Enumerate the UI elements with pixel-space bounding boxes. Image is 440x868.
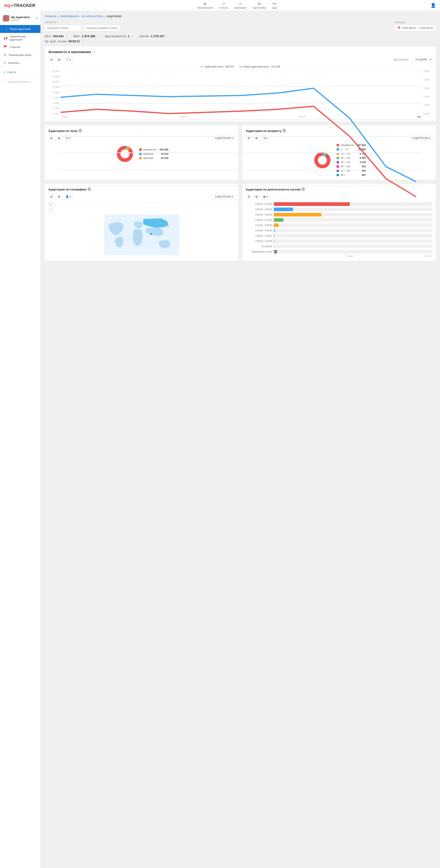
bar-label-1: 0:00:30 - 0:00:59 (246, 208, 272, 211)
y-axis-right: 35 000 30 000 25 000 20 000 15 000 10 00… (422, 70, 432, 115)
bar-fill-0 (274, 202, 350, 206)
y-axis-left: 120 000 110 000 100 000 90 000 80 000 70… (48, 70, 61, 115)
retention-icon: ↺ (3, 61, 6, 65)
bc-apps[interactable]: ПРИЛОЖЕНИЯ (60, 15, 78, 18)
bar-label-6: 1:00:00 - 1:59:59 (246, 235, 272, 237)
toolbar-excel-btn[interactable]: ⊠ (56, 57, 62, 62)
app-icon (3, 15, 9, 22)
bar-fill-7 (274, 239, 274, 243)
days-info[interactable]: ⓘ (131, 34, 133, 38)
avg-info[interactable]: ⓘ (81, 39, 83, 43)
bar-label-5: 0:30:00 - 0:59:59 (246, 229, 272, 232)
toolbar-table-btn[interactable]: ⊞ (48, 57, 55, 62)
bc-sep-1: ▶ (57, 15, 59, 18)
sidebar-item-tech[interactable]: ⚙ Технический обзор (0, 51, 40, 59)
logo-my: my (4, 3, 10, 8)
geo-table-btn[interactable]: ⊞ (48, 194, 55, 199)
sidebar: My Application Android ▾ 👥 Обзор аудитор… (0, 11, 41, 868)
filter-inputs (45, 25, 120, 31)
header-user[interactable]: 👤 (431, 3, 436, 8)
apps-icon: ⊞ (203, 2, 207, 6)
bar-row-9: Прерванные сессии (246, 250, 432, 253)
sidebar-item-hide[interactable]: « Скрыть (0, 68, 40, 76)
filter-group-period: ПЕРИОД 📅 2019-08-26 — 2019-09-02 (395, 21, 436, 31)
map-zoom-out[interactable]: − (48, 208, 53, 213)
bar-row-6: 1:00:00 - 1:59:59 (246, 234, 432, 238)
stats-row: DAU: 104 641 ⓘ MAU: 1 974 382 ⓘ Дни акти… (45, 34, 436, 38)
campaigns-icon: ≡ (239, 2, 241, 6)
bar-row-2: 0:01:00 - 0:04:59 (246, 213, 432, 216)
bar-track-3 (274, 218, 432, 222)
bc-app[interactable]: MY APPLICATION (82, 15, 102, 18)
stat-mau: MAU: 1 974 382 ⓘ (73, 34, 99, 38)
filter-group-country: ФИЛЬТРЫ (45, 21, 120, 31)
detail-select[interactable]: ПО ДНЯМ (412, 57, 432, 62)
chart-type-icon: 📈 (66, 58, 69, 61)
country-input[interactable] (45, 25, 81, 31)
more-icon: ••• (272, 2, 276, 6)
nav-item-apps[interactable]: ⊞ ПРИЛОЖЕНИЯ (197, 2, 213, 9)
map-zoom-in[interactable]: + (48, 202, 53, 207)
chart-legend: Аудитория всего : 590 657 Новая аудитори… (48, 65, 432, 68)
nav-item-reports[interactable]: ↗ ОТЧЁТЫ (219, 2, 228, 9)
bar-row-4: 0:10:00 - 0:29:59 (246, 223, 432, 227)
bar-fill-3 (274, 218, 283, 222)
nav-item-campaigns[interactable]: ≡ КАМПАНИИ (234, 2, 246, 9)
bar-track-8 (274, 245, 432, 248)
bar-row-1: 0:00:30 - 0:00:59 (246, 208, 432, 211)
header: my♥TRACKER ⊞ ПРИЛОЖЕНИЯ ↗ ОТЧЁТЫ ≡ КАМПА… (0, 0, 440, 11)
chevron-down-icon: ▾ (36, 17, 38, 20)
mau-info[interactable]: ⓘ (97, 34, 99, 38)
map-zoom-controls: + − (48, 202, 235, 213)
bar-row-7: 2:00:00 - 4:59:59 (246, 239, 432, 243)
bar-fill-5 (274, 229, 275, 232)
bc-home[interactable]: ГЛАВНАЯ (45, 15, 56, 18)
app-platform: Android (11, 19, 36, 21)
settings-icon: ⚙ (258, 2, 261, 6)
chart-axes: 120 000 110 000 100 000 90 000 80 000 70… (48, 70, 432, 115)
nav-item-settings[interactable]: ⚙ НАСТРОЙКИ (252, 2, 266, 9)
logo-tracker: TRACKER (13, 3, 35, 8)
chart-svg (61, 70, 422, 115)
app-name: My Application (11, 16, 36, 19)
sidebar-item-retention[interactable]: ↺ Retention (0, 59, 40, 67)
legend-new: Новая аудитория всего : 223 308 (239, 65, 280, 68)
bc-sep-3: ▶ (103, 15, 105, 18)
sidebar-item-audience-overview[interactable]: 👥 Обзор аудитории (0, 25, 40, 33)
legend-total-dot (201, 66, 203, 67)
dau-info[interactable]: ⓘ (65, 34, 67, 38)
sessions-info[interactable]: ⓘ (166, 34, 168, 38)
date-picker[interactable]: 📅 2019-08-26 — 2019-09-02 (395, 25, 436, 31)
logo-heart: ♥ (11, 4, 13, 8)
gender-table-btn[interactable]: ⊞ (48, 135, 55, 141)
bar-track-5 (274, 229, 432, 232)
app-layout: My Application Android ▾ 👥 Обзор аудитор… (0, 11, 440, 868)
activity-chart-title: Активность в приложении ⓘ (48, 50, 432, 54)
legend-new-dot (239, 66, 242, 67)
stat-dau: DAU: 104 641 ⓘ (45, 34, 67, 38)
date-range-value: 2019-08-26 — 2019-09-02 (402, 26, 433, 29)
nav-item-more[interactable]: ••• ЕЩЁ (272, 2, 277, 9)
stat-days: Дни активности: 1 ⓘ (105, 34, 133, 38)
bar-label-8: От 5:00:00 (246, 245, 272, 248)
country2-input[interactable] (83, 25, 120, 31)
bar-row-8: От 5:00:00 (246, 245, 432, 248)
user-icon: 👤 (431, 3, 436, 8)
chart-toolbar: ⊞ ⊠ 📈 ▾ Детализация ПО ДНЯМ (48, 57, 432, 62)
prev-version[interactable]: ← Предыдущая версия (0, 78, 40, 85)
bar-label-2: 0:01:00 - 0:04:59 (246, 213, 272, 216)
logo[interactable]: my♥TRACKER (4, 3, 35, 8)
app-selector[interactable]: My Application Android ▾ (0, 13, 40, 24)
bar-row-3: 0:05:00 - 0:09:59 (246, 218, 432, 222)
toolbar-chart-dropdown[interactable]: 📈 ▾ (64, 57, 73, 62)
activity-info-icon[interactable]: ⓘ (92, 50, 95, 54)
chevron-icon-aa: ▾ (429, 136, 431, 140)
svg-point-14 (150, 234, 152, 235)
filter-label-filters: ФИЛЬТРЫ (45, 21, 120, 24)
sidebar-item-events[interactable]: 🚩 События (0, 43, 40, 51)
sidebar-item-acquisition[interactable]: 📢 Привлечение аудитории (0, 33, 40, 43)
bar-label-0: 0:00:00 - 0:00:29 (246, 203, 272, 205)
bar-fill-8 (274, 245, 274, 248)
breadcrumb: ГЛАВНАЯ ▶ ПРИЛОЖЕНИЯ ▶ MY APPLICATION ▶ … (45, 15, 436, 18)
bar-track-7 (274, 239, 432, 243)
